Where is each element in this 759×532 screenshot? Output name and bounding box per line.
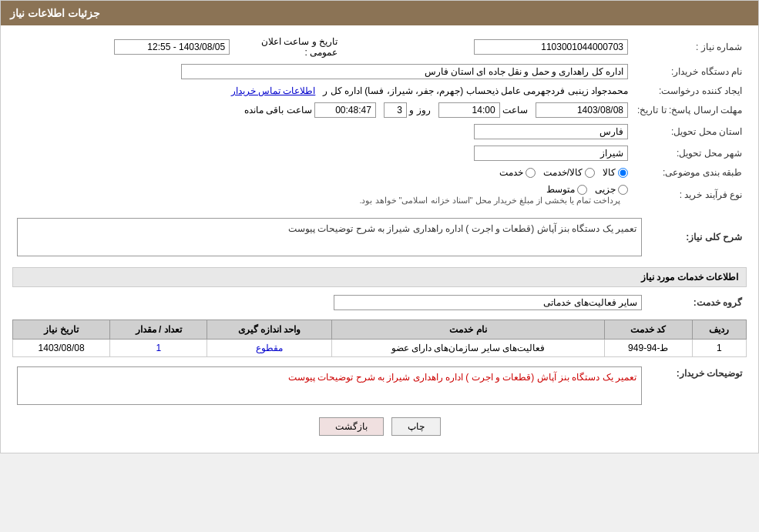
- nam-dasgah-label: نام دستگاه خریدار:: [633, 61, 747, 82]
- radio-kala-khedmat: کالا/خدمت: [543, 167, 595, 178]
- radio-motevaset-input[interactable]: [577, 185, 587, 195]
- mohlat-label: مهلت ارسال پاسخ: تا تاریخ:: [633, 99, 747, 121]
- sherh-value-cell: تعمیر یک دستگاه بنز آپاش (قطعات و اجرت )…: [12, 215, 646, 259]
- radio-kala-khedmat-input[interactable]: [585, 168, 595, 178]
- row-shomare-tarikh: شماره نیاز : 1103001044000703 تاریخ و سا…: [12, 33, 747, 61]
- button-row: چاپ بازگشت: [12, 417, 747, 436]
- khadamat-section-header: اطلاعات خدمات مورد نیاز: [12, 267, 747, 287]
- ijad-konande-label: ایجاد کننده درخواست:: [633, 82, 747, 99]
- table-body: 1 ط-94-949 فعالیت‌های سایر سازمان‌های دا…: [13, 340, 747, 357]
- tarikh-value: 1403/08/05 - 12:55: [114, 39, 230, 55]
- cell-vahed: مقطوع: [207, 340, 332, 357]
- tabaqe-value-cell: کالا کالا/خدمت خدمت: [12, 164, 633, 181]
- row-mohlat: مهلت ارسال پاسخ: تا تاریخ: 1403/08/08 سا…: [12, 99, 747, 121]
- radio-khedmat-label: خدمت: [499, 167, 523, 178]
- radio-khedmat-input[interactable]: [526, 168, 536, 178]
- info-table: شماره نیاز : 1103001044000703 تاریخ و سا…: [12, 33, 747, 209]
- cell-tarikh: 1403/08/08: [13, 340, 110, 357]
- tabaqe-label: طبقه بندی موضوعی:: [633, 164, 747, 181]
- row-tabaqe: طبقه بندی موضوعی: کالا کالا/خدمت: [12, 164, 747, 181]
- page-header: جزئیات اطلاعات نیاز: [1, 1, 758, 25]
- nam-dasgah-value-cell: اداره کل راهداری و حمل و نقل جاده ای است…: [12, 61, 633, 82]
- grouh-label: گروه خدمت:: [646, 292, 747, 313]
- shahr-label: شهر محل تحویل:: [633, 142, 747, 164]
- row-ostan: استان محل تحویل: فارس: [12, 121, 747, 142]
- ijad-konande-link[interactable]: اطلاعات تماس خریدار: [231, 85, 316, 96]
- ijad-konande-value: محمدجواد زینبی فردجهرمی عامل ذیحساب (جهر…: [323, 85, 628, 96]
- radio2-note: پرداخت تمام یا بخشی از مبلغ خریدار محل "…: [359, 196, 620, 205]
- shahr-value-cell: شیراز: [12, 142, 633, 164]
- grouh-value: سایر فعالیت‌های خدماتی: [334, 295, 642, 310]
- row-nam-dasgah: نام دستگاه خریدار: اداره کل راهداری و حم…: [12, 61, 747, 82]
- tosih-value-cell: تعمیر یک دستگاه بنز آپاش (قطعات و اجرت )…: [12, 363, 646, 408]
- cell-radif: 1: [692, 340, 746, 357]
- radio-jozi-label: جزیی: [595, 184, 616, 195]
- row-sherh: شرح کلی نیاز: تعمیر یک دستگاه بنز آپاش (…: [12, 215, 747, 259]
- page-title: جزئیات اطلاعات نیاز: [10, 7, 100, 19]
- saat-value: 14:00: [438, 102, 500, 118]
- roz-value: 3: [384, 102, 407, 118]
- table-row: 1 ط-94-949 فعالیت‌های سایر سازمان‌های دا…: [13, 340, 747, 357]
- ostan-value: فارس: [474, 124, 628, 139]
- col-tedad: تعداد / مقدار: [110, 320, 207, 340]
- noe-farayand-label: نوع فرآیند خرید :: [633, 181, 747, 209]
- radio-kala-label: کالا: [603, 167, 616, 178]
- baghimande-label: ساعت باقی مانده: [244, 105, 312, 115]
- noe-farayand-radio-group: جزیی متوسط: [17, 184, 628, 195]
- col-vahed: واحد اندازه گیری: [207, 320, 332, 340]
- saat-label: ساعت: [502, 105, 528, 115]
- tosih-label: توضیحات خریدار:: [646, 363, 747, 408]
- cell-kod: ط-94-949: [605, 340, 693, 357]
- page-wrapper: جزئیات اطلاعات نیاز شماره نیاز : 1103001…: [0, 0, 759, 453]
- radio-kala: کالا: [603, 167, 628, 178]
- tosih-table: توضیحات خریدار: تعمیر یک دستگاه بنز آپاش…: [12, 363, 747, 408]
- tosih-value: تعمیر یک دستگاه بنز آپاش (قطعات و اجرت )…: [17, 366, 642, 405]
- radio-kala-khedmat-label: کالا/خدمت: [543, 167, 583, 178]
- row-shahr: شهر محل تحویل: شیراز: [12, 142, 747, 164]
- row-noe-farayand: نوع فرآیند خرید : جزیی متوسط پرداخت: [12, 181, 747, 209]
- cell-tedad: 1: [110, 340, 207, 357]
- table-header-row: ردیف کد خدمت نام خدمت واحد اندازه گیری ت…: [13, 320, 747, 340]
- back-button[interactable]: بازگشت: [319, 417, 384, 436]
- date-value: 1403/08/08: [536, 102, 628, 118]
- radio-jozi: جزیی: [595, 184, 628, 195]
- baghimande-value: 00:48:47: [314, 102, 376, 118]
- col-nam: نام خدمت: [331, 320, 604, 340]
- shomare-label: شماره نیاز :: [633, 33, 747, 61]
- shomare-value-cell: 1103001044000703: [342, 33, 633, 61]
- sherh-section: شرح کلی نیاز: تعمیر یک دستگاه بنز آپاش (…: [12, 215, 747, 259]
- shomare-value: 1103001044000703: [474, 39, 628, 55]
- print-button[interactable]: چاپ: [391, 417, 441, 436]
- col-radif: ردیف: [692, 320, 746, 340]
- cell-nam: فعالیت‌های سایر سازمان‌های دارای عضو: [331, 340, 604, 357]
- nam-dasgah-value: اداره کل راهداری و حمل و نقل جاده ای است…: [181, 64, 628, 79]
- services-table: ردیف کد خدمت نام خدمت واحد اندازه گیری ت…: [12, 320, 747, 357]
- row-grouh: گروه خدمت: سایر فعالیت‌های خدماتی: [12, 292, 747, 313]
- grouh-value-cell: سایر فعالیت‌های خدماتی: [12, 292, 646, 313]
- table-header: ردیف کد خدمت نام خدمت واحد اندازه گیری ت…: [13, 320, 747, 340]
- sherh-table: شرح کلی نیاز: تعمیر یک دستگاه بنز آپاش (…: [12, 215, 747, 259]
- tabaqe-radio-group: کالا کالا/خدمت خدمت: [17, 167, 628, 178]
- radio-kala-input[interactable]: [618, 168, 628, 178]
- row-ijad-konande: ایجاد کننده درخواست: محمدجواد زینبی فردج…: [12, 82, 747, 99]
- tarikh-value-cell: 1403/08/05 - 12:55: [12, 33, 234, 61]
- radio-khedmat: خدمت: [499, 167, 536, 178]
- roz-label: روز و: [409, 105, 430, 115]
- mohlat-value-cell: 1403/08/08 ساعت 14:00 روز و 3 00:48:47 س…: [12, 99, 633, 121]
- radio-jozi-input[interactable]: [618, 185, 628, 195]
- sherh-value: تعمیر یک دستگاه بنز آپاش (قطعات و اجرت )…: [17, 218, 642, 256]
- tarikh-label: تاریخ و ساعت اعلان عمومی :: [234, 33, 342, 61]
- ijad-konande-value-cell: محمدجواد زینبی فردجهرمی عامل ذیحساب (جهر…: [12, 82, 633, 99]
- col-kod: کد خدمت: [605, 320, 693, 340]
- shahr-value: شیراز: [474, 146, 628, 161]
- radio-motevaset: متوسط: [546, 184, 587, 195]
- sherh-label: شرح کلی نیاز:: [646, 215, 747, 259]
- row-tosih: توضیحات خریدار: تعمیر یک دستگاه بنز آپاش…: [12, 363, 747, 408]
- content-area: شماره نیاز : 1103001044000703 تاریخ و سا…: [1, 25, 758, 453]
- grouh-table: گروه خدمت: سایر فعالیت‌های خدماتی: [12, 292, 747, 313]
- col-tarikh: تاریخ نیاز: [13, 320, 110, 340]
- radio-motevaset-label: متوسط: [546, 184, 575, 195]
- ostan-value-cell: فارس: [12, 121, 633, 142]
- noe-farayand-value-cell: جزیی متوسط پرداخت تمام یا بخشی از مبلغ خ…: [12, 181, 633, 209]
- ostan-label: استان محل تحویل:: [633, 121, 747, 142]
